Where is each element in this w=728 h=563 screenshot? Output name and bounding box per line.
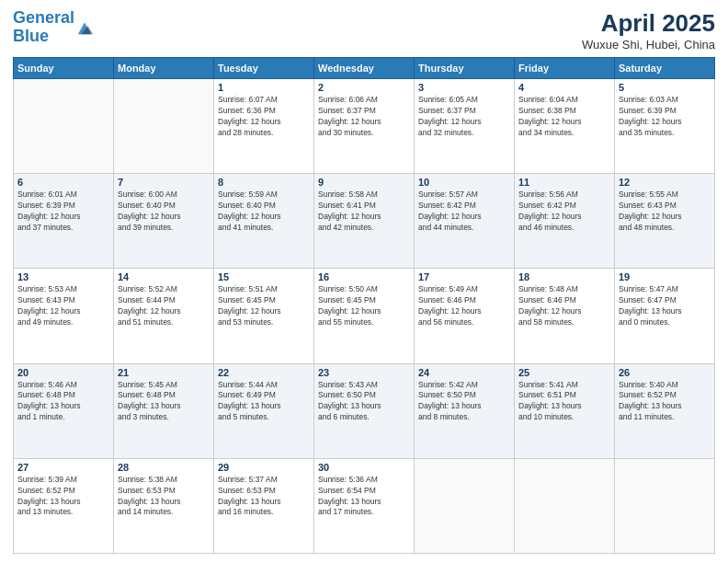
calendar-day-cell: 16Sunrise: 5:50 AM Sunset: 6:45 PM Dayli… [314,269,415,363]
calendar-day-cell: 11Sunrise: 5:56 AM Sunset: 6:42 PM Dayli… [515,174,615,269]
day-info: Sunrise: 6:04 AM Sunset: 6:38 PM Dayligh… [518,95,610,139]
day-info: Sunrise: 5:57 AM Sunset: 6:42 PM Dayligh… [418,190,510,234]
title-block: April 2025 Wuxue Shi, Hubei, China [582,9,715,52]
day-number: 30 [318,462,410,473]
day-number: 21 [118,367,210,378]
day-number: 24 [418,367,510,378]
calendar-week-row: 13Sunrise: 5:53 AM Sunset: 6:43 PM Dayli… [14,269,715,363]
header: GeneralBlue April 2025 Wuxue Shi, Hubei,… [13,9,715,52]
day-number: 18 [518,271,610,282]
calendar-day-cell: 24Sunrise: 5:42 AM Sunset: 6:50 PM Dayli… [415,363,515,458]
day-number: 29 [218,462,310,473]
calendar-day-cell: 30Sunrise: 5:36 AM Sunset: 6:54 PM Dayli… [314,458,415,553]
day-number: 22 [218,367,310,378]
weekday-header-cell: Wednesday [314,58,415,79]
day-info: Sunrise: 5:59 AM Sunset: 6:40 PM Dayligh… [218,190,310,234]
calendar-day-cell: 29Sunrise: 5:37 AM Sunset: 6:53 PM Dayli… [214,458,314,553]
day-info: Sunrise: 6:07 AM Sunset: 6:36 PM Dayligh… [218,95,310,139]
day-info: Sunrise: 5:50 AM Sunset: 6:45 PM Dayligh… [318,284,410,328]
day-info: Sunrise: 5:56 AM Sunset: 6:42 PM Dayligh… [518,190,610,234]
day-info: Sunrise: 5:43 AM Sunset: 6:50 PM Dayligh… [318,380,410,424]
calendar-week-row: 6Sunrise: 6:01 AM Sunset: 6:39 PM Daylig… [14,174,715,269]
weekday-header-cell: Tuesday [214,58,314,79]
logo-icon [76,19,93,36]
weekday-header-cell: Monday [114,58,214,79]
day-number: 4 [518,82,610,93]
day-number: 1 [218,82,310,93]
day-number: 16 [318,271,410,282]
day-number: 20 [17,367,109,378]
day-info: Sunrise: 5:41 AM Sunset: 6:51 PM Dayligh… [518,380,610,424]
calendar-day-cell: 23Sunrise: 5:43 AM Sunset: 6:50 PM Dayli… [314,363,415,458]
calendar-day-cell: 10Sunrise: 5:57 AM Sunset: 6:42 PM Dayli… [415,174,515,269]
day-info: Sunrise: 5:58 AM Sunset: 6:41 PM Dayligh… [318,190,410,234]
calendar-day-cell: 4Sunrise: 6:04 AM Sunset: 6:38 PM Daylig… [515,79,615,174]
day-number: 13 [17,271,109,282]
day-info: Sunrise: 6:00 AM Sunset: 6:40 PM Dayligh… [118,190,210,234]
calendar-day-cell: 1Sunrise: 6:07 AM Sunset: 6:36 PM Daylig… [214,79,314,174]
calendar-table: SundayMondayTuesdayWednesdayThursdayFrid… [13,57,715,554]
day-number: 28 [118,462,210,473]
day-number: 2 [318,82,410,93]
calendar-day-cell: 8Sunrise: 5:59 AM Sunset: 6:40 PM Daylig… [214,174,314,269]
day-info: Sunrise: 6:05 AM Sunset: 6:37 PM Dayligh… [418,95,510,139]
calendar-day-cell: 20Sunrise: 5:46 AM Sunset: 6:48 PM Dayli… [14,363,114,458]
calendar-week-row: 20Sunrise: 5:46 AM Sunset: 6:48 PM Dayli… [14,363,715,458]
calendar-day-cell: 27Sunrise: 5:39 AM Sunset: 6:52 PM Dayli… [14,458,114,553]
day-number: 23 [318,367,410,378]
day-info: Sunrise: 5:52 AM Sunset: 6:44 PM Dayligh… [118,284,210,328]
day-number: 15 [218,271,310,282]
weekday-header-row: SundayMondayTuesdayWednesdayThursdayFrid… [14,58,715,79]
day-info: Sunrise: 5:40 AM Sunset: 6:52 PM Dayligh… [619,380,711,424]
main-title: April 2025 [582,9,715,38]
day-number: 9 [318,177,410,188]
day-number: 7 [118,177,210,188]
calendar-day-cell: 28Sunrise: 5:38 AM Sunset: 6:53 PM Dayli… [114,458,214,553]
day-info: Sunrise: 5:47 AM Sunset: 6:47 PM Dayligh… [619,284,711,328]
calendar-day-cell: 2Sunrise: 6:06 AM Sunset: 6:37 PM Daylig… [314,79,415,174]
day-info: Sunrise: 5:55 AM Sunset: 6:43 PM Dayligh… [619,190,711,234]
day-info: Sunrise: 5:37 AM Sunset: 6:53 PM Dayligh… [218,475,310,519]
weekday-header-cell: Saturday [615,58,715,79]
day-info: Sunrise: 5:48 AM Sunset: 6:46 PM Dayligh… [518,284,610,328]
day-number: 17 [418,271,510,282]
day-number: 10 [418,177,510,188]
calendar-day-cell: 15Sunrise: 5:51 AM Sunset: 6:45 PM Dayli… [214,269,314,363]
day-number: 14 [118,271,210,282]
day-info: Sunrise: 5:44 AM Sunset: 6:49 PM Dayligh… [218,380,310,424]
calendar-day-cell: 9Sunrise: 5:58 AM Sunset: 6:41 PM Daylig… [314,174,415,269]
calendar-day-cell: 18Sunrise: 5:48 AM Sunset: 6:46 PM Dayli… [515,269,615,363]
day-number: 27 [17,462,109,473]
calendar-day-cell [415,458,515,553]
calendar-day-cell: 26Sunrise: 5:40 AM Sunset: 6:52 PM Dayli… [615,363,715,458]
weekday-header-cell: Thursday [415,58,515,79]
day-number: 26 [619,367,711,378]
day-number: 19 [619,271,711,282]
day-info: Sunrise: 5:38 AM Sunset: 6:53 PM Dayligh… [118,475,210,519]
calendar-day-cell: 25Sunrise: 5:41 AM Sunset: 6:51 PM Dayli… [515,363,615,458]
calendar-day-cell: 5Sunrise: 6:03 AM Sunset: 6:39 PM Daylig… [615,79,715,174]
day-info: Sunrise: 5:39 AM Sunset: 6:52 PM Dayligh… [17,475,109,519]
logo: GeneralBlue [13,9,93,46]
day-info: Sunrise: 5:36 AM Sunset: 6:54 PM Dayligh… [318,475,410,519]
day-info: Sunrise: 5:45 AM Sunset: 6:48 PM Dayligh… [118,380,210,424]
calendar-day-cell: 19Sunrise: 5:47 AM Sunset: 6:47 PM Dayli… [615,269,715,363]
calendar-day-cell [515,458,615,553]
day-number: 5 [619,82,711,93]
weekday-header-cell: Sunday [14,58,114,79]
day-info: Sunrise: 6:06 AM Sunset: 6:37 PM Dayligh… [318,95,410,139]
calendar-day-cell: 22Sunrise: 5:44 AM Sunset: 6:49 PM Dayli… [214,363,314,458]
calendar-day-cell [114,79,214,174]
calendar-day-cell: 3Sunrise: 6:05 AM Sunset: 6:37 PM Daylig… [415,79,515,174]
day-number: 8 [218,177,310,188]
calendar-day-cell: 17Sunrise: 5:49 AM Sunset: 6:46 PM Dayli… [415,269,515,363]
day-info: Sunrise: 5:49 AM Sunset: 6:46 PM Dayligh… [418,284,510,328]
sub-title: Wuxue Shi, Hubei, China [582,38,715,52]
day-info: Sunrise: 5:42 AM Sunset: 6:50 PM Dayligh… [418,380,510,424]
day-number: 3 [418,82,510,93]
calendar-day-cell: 21Sunrise: 5:45 AM Sunset: 6:48 PM Dayli… [114,363,214,458]
day-number: 12 [619,177,711,188]
day-info: Sunrise: 6:01 AM Sunset: 6:39 PM Dayligh… [17,190,109,234]
calendar-week-row: 27Sunrise: 5:39 AM Sunset: 6:52 PM Dayli… [14,458,715,553]
calendar-day-cell: 13Sunrise: 5:53 AM Sunset: 6:43 PM Dayli… [14,269,114,363]
